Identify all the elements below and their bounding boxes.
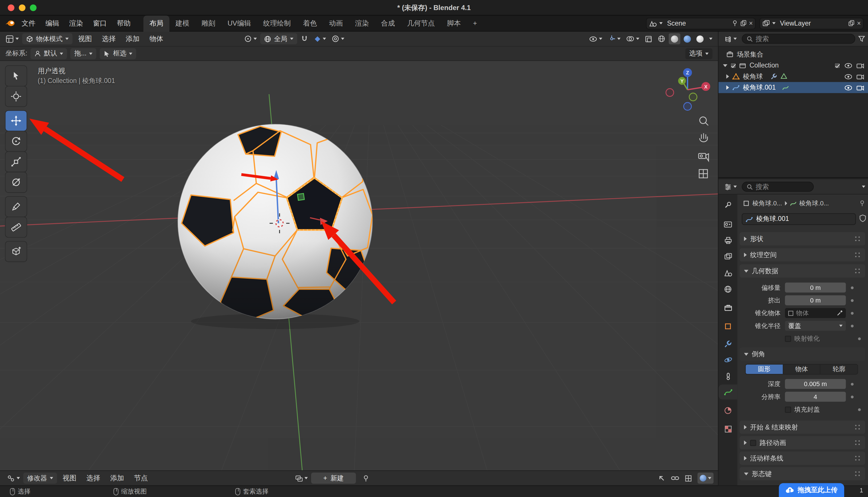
- bevel-mode-round[interactable]: 圆形: [746, 365, 783, 374]
- node-tree-browse-button[interactable]: [293, 472, 310, 484]
- object-mode-dropdown[interactable]: 物体模式: [22, 33, 72, 44]
- xray-toggle[interactable]: [643, 33, 654, 44]
- tab-output[interactable]: [719, 233, 737, 247]
- editor-type-button[interactable]: [3, 33, 21, 44]
- back-arrow-icon[interactable]: [658, 474, 665, 482]
- mesh-expand-caret[interactable]: [726, 74, 729, 79]
- panel-geometry[interactable]: 几何数据: [740, 264, 865, 278]
- workspace-tab-geometry-nodes[interactable]: 几何节点: [401, 15, 441, 31]
- properties-options-caret[interactable]: [862, 186, 865, 188]
- pin-icon[interactable]: [363, 474, 369, 482]
- tab-physics[interactable]: [719, 353, 737, 367]
- outliner-editor-type-button[interactable]: [722, 33, 739, 44]
- menu-help[interactable]: 帮助: [112, 15, 136, 31]
- depth-input[interactable]: 0.005 m: [785, 379, 846, 389]
- bottom-menu-view[interactable]: 视图: [58, 473, 80, 483]
- properties-search-input[interactable]: 搜索: [742, 182, 814, 192]
- tool-measure[interactable]: [5, 217, 26, 237]
- outliner-row-curve-ball-001[interactable]: 棱角球.001: [719, 82, 868, 93]
- animate-dot[interactable]: [858, 408, 861, 411]
- bevel-mode-object[interactable]: 物体: [783, 365, 821, 374]
- menu-view[interactable]: 视图: [73, 34, 96, 44]
- outliner-row-collection[interactable]: Collection: [719, 60, 868, 71]
- extrude-input[interactable]: 0 m: [785, 295, 846, 306]
- collection-render-checkbox[interactable]: [834, 62, 840, 68]
- animate-dot[interactable]: [851, 286, 854, 289]
- eyedropper-icon[interactable]: [836, 310, 843, 316]
- new-node-tree-button[interactable]: + 新建: [311, 472, 356, 484]
- drag-mode-dropdown[interactable]: 拖...: [71, 48, 97, 59]
- shading-rendered-button[interactable]: [694, 33, 706, 44]
- camera-icon[interactable]: [856, 73, 864, 80]
- animate-dot[interactable]: [851, 299, 854, 302]
- proportional-editing-toggle[interactable]: [329, 33, 347, 44]
- remove-viewlayer-icon[interactable]: ×: [857, 20, 861, 26]
- map-taper-checkbox[interactable]: [785, 336, 791, 342]
- camera-icon[interactable]: [856, 62, 864, 68]
- gizmo-ax-z-neg[interactable]: [684, 102, 691, 110]
- menu-window[interactable]: 窗口: [88, 15, 112, 31]
- outliner-search-input[interactable]: 搜索: [742, 34, 855, 44]
- viewlayer-browse-caret[interactable]: [772, 22, 776, 25]
- bevel-mode-profile[interactable]: 轮廓: [821, 365, 858, 374]
- tab-tool[interactable]: [719, 198, 737, 213]
- animate-dot[interactable]: [851, 395, 854, 398]
- tool-transform[interactable]: [5, 172, 26, 192]
- tool-move[interactable]: [5, 111, 26, 131]
- tab-scene[interactable]: [719, 266, 737, 280]
- options-dropdown[interactable]: 选项: [686, 48, 713, 59]
- outliner-row-scene-collection[interactable]: 场景集合: [719, 49, 868, 60]
- tab-texture[interactable]: [719, 422, 737, 437]
- panel-texture-space[interactable]: 纹理空间: [740, 248, 865, 261]
- mesh-data-icon[interactable]: [780, 73, 787, 79]
- shading-options-caret[interactable]: [709, 38, 712, 40]
- workspace-tab-rendering[interactable]: 渲染: [349, 15, 375, 31]
- panel-start-end-mapping[interactable]: 开始 & 结束映射: [740, 421, 865, 434]
- ortho-toggle-button[interactable]: [699, 170, 708, 178]
- link-icon[interactable]: [671, 475, 679, 482]
- tab-world[interactable]: [719, 282, 737, 297]
- modifier-wrench-icon[interactable]: [771, 73, 777, 80]
- workspace-tab-animation[interactable]: 动画: [323, 15, 349, 31]
- resolution-input[interactable]: 4: [785, 392, 846, 402]
- preset-dropdown[interactable]: 默认: [31, 48, 67, 59]
- animate-dot[interactable]: [851, 383, 854, 385]
- scene-name[interactable]: Scene: [665, 19, 730, 27]
- viewlayer-name[interactable]: ViewLayer: [778, 19, 846, 27]
- gizmo-plane-handle[interactable]: [297, 193, 304, 200]
- menu-select[interactable]: 选择: [97, 34, 120, 44]
- camera-icon[interactable]: [856, 84, 864, 90]
- upload-drop-button[interactable]: 拖拽至此上传: [779, 483, 844, 497]
- workspace-tab-compositing[interactable]: 合成: [375, 15, 401, 31]
- blender-logo-icon[interactable]: [4, 19, 15, 28]
- datablock-name-field[interactable]: 棱角球.001: [742, 213, 856, 225]
- curve-data-icon[interactable]: [782, 84, 789, 90]
- viewport-3d[interactable]: 用户透视 (1) Collection | 棱角球.001: [0, 61, 718, 470]
- panel-bevel[interactable]: 倒角: [740, 347, 865, 360]
- overlays-dropdown[interactable]: [624, 33, 642, 44]
- tab-collection[interactable]: [719, 300, 737, 315]
- pin-icon[interactable]: [859, 200, 865, 207]
- tool-rotate[interactable]: [5, 131, 26, 151]
- menu-edit[interactable]: 编辑: [41, 15, 64, 31]
- panel-shape-keys[interactable]: 形态键: [740, 467, 865, 480]
- filter-icon[interactable]: [858, 36, 865, 42]
- menu-file[interactable]: 文件: [17, 15, 41, 31]
- bottom-menu-add[interactable]: 添加: [106, 473, 128, 483]
- tab-constraints[interactable]: [719, 368, 737, 383]
- bottom-menu-select[interactable]: 选择: [82, 473, 104, 483]
- gizmos-dropdown[interactable]: [606, 33, 623, 44]
- gizmo-ax-y-neg[interactable]: [689, 93, 697, 101]
- soccer-ball-object[interactable]: [178, 124, 373, 324]
- shading-wireframe-button[interactable]: [655, 33, 667, 44]
- tab-modifiers[interactable]: [719, 337, 737, 351]
- modifier-type-dropdown[interactable]: 修改器: [23, 472, 57, 484]
- preview-sphere-button[interactable]: [697, 472, 713, 484]
- curve-expand-caret[interactable]: [726, 85, 729, 90]
- workspace-tab-modeling[interactable]: 建模: [170, 15, 195, 31]
- path-animation-checkbox[interactable]: [750, 440, 756, 445]
- tool-select-box[interactable]: [5, 66, 26, 86]
- panel-path-animation[interactable]: 路径动画: [740, 436, 865, 449]
- outliner-row-mesh-ball[interactable]: 棱角球: [719, 71, 868, 82]
- snap-settings-dropdown[interactable]: [312, 33, 328, 44]
